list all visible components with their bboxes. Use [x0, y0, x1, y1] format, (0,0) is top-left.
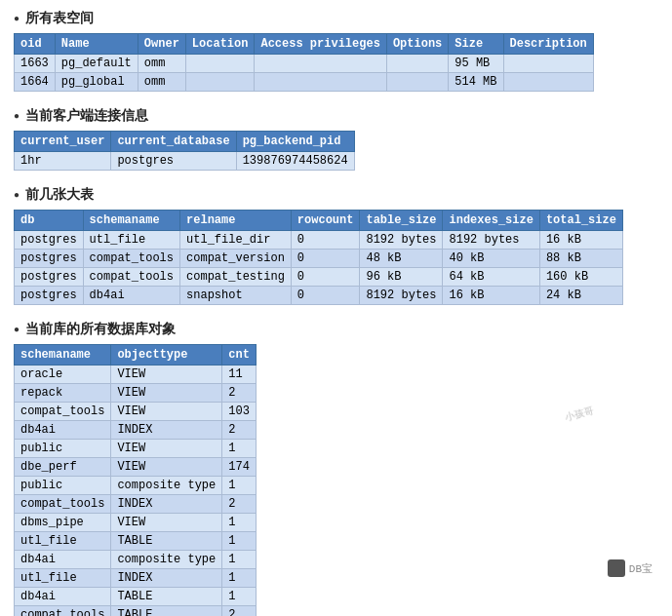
table-cell: postgres — [15, 268, 84, 287]
column-header: schemaname — [83, 211, 179, 231]
table-cell: 96 kB — [360, 268, 443, 287]
table-cell: INDEX — [111, 421, 222, 440]
column-header: Location — [185, 34, 255, 55]
table-cell: VIEW — [111, 384, 222, 403]
table-cell: TABLE — [111, 588, 222, 606]
table-cell: 174 — [222, 458, 257, 477]
table-cell: compat_tools — [83, 250, 179, 268]
table-cell: postgres — [15, 231, 84, 250]
table-row: publiccomposite type1 — [15, 477, 257, 495]
table-cell: 11 — [222, 366, 257, 384]
table-client-info: current_usercurrent_databasepg_backend_p… — [14, 131, 355, 171]
table-cell: 0 — [291, 231, 360, 250]
table-cell: 1664 — [15, 73, 56, 92]
table-cell: composite type — [111, 477, 222, 495]
section-title-client-info: 当前客户端连接信息 — [14, 107, 658, 125]
table-row: postgrescompat_toolscompat_version048 kB… — [15, 250, 623, 268]
table-cell: compat_tools — [15, 495, 111, 514]
table-cell: db4ai — [83, 287, 179, 305]
table-cell: compat_tools — [15, 606, 111, 617]
table-row: db4aicomposite type1 — [15, 551, 257, 569]
section-db-objects: 当前库的所有数据库对象schemanameobjecttypecntoracle… — [14, 321, 658, 616]
table-row: compat_toolsINDEX2 — [15, 495, 257, 514]
table-cell: public — [15, 440, 111, 458]
table-cell: 40 kB — [443, 250, 539, 268]
table-cell: 1 — [222, 440, 257, 458]
table-cell: compat_testing — [180, 268, 292, 287]
table-cell: TABLE — [111, 532, 222, 551]
table-cell: INDEX — [111, 569, 222, 588]
column-header: relname — [180, 211, 292, 231]
table-cell — [386, 55, 448, 73]
table-cell: 1 — [222, 588, 257, 606]
table-db-objects: schemanameobjecttypecntoracleVIEW11repac… — [14, 344, 257, 616]
table-row: utl_fileTABLE1 — [15, 532, 257, 551]
table-cell: VIEW — [111, 458, 222, 477]
table-row: postgresdb4aisnapshot08192 bytes16 kB24 … — [15, 287, 623, 305]
table-cell: INDEX — [111, 495, 222, 514]
section-top-tables: 前几张大表dbschemanamerelnamerowcounttable_si… — [14, 186, 658, 305]
table-cell: snapshot — [180, 287, 292, 305]
table-cell: postgres — [15, 250, 84, 268]
table-cell: omm — [138, 55, 185, 73]
column-header: Size — [449, 34, 503, 55]
table-cell: 2 — [222, 384, 257, 403]
table-cell: 103 — [222, 403, 257, 421]
table-tablespaces: oidNameOwnerLocationAccess privilegesOpt… — [14, 33, 594, 92]
table-row: publicVIEW1 — [15, 440, 257, 458]
table-row: oracleVIEW11 — [15, 366, 257, 384]
table-cell: 24 kB — [539, 287, 622, 305]
column-header: objecttype — [111, 345, 222, 366]
column-header: Owner — [138, 34, 185, 55]
table-cell: 0 — [291, 250, 360, 268]
table-row: 1664pg_globalomm514 MB — [15, 73, 594, 92]
table-cell: 16 kB — [539, 231, 622, 250]
table-cell: db4ai — [15, 421, 111, 440]
table-cell — [255, 55, 386, 73]
table-cell: omm — [138, 73, 185, 92]
table-row: 1hrpostgres139876974458624 — [15, 152, 355, 171]
table-cell: 8192 bytes — [360, 231, 443, 250]
table-cell: utl_file — [83, 231, 179, 250]
section-title-tablespaces: 所有表空间 — [14, 10, 658, 27]
table-cell: compat_tools — [83, 268, 179, 287]
column-header: current_user — [15, 132, 111, 152]
table-cell: VIEW — [111, 403, 222, 421]
table-cell — [185, 55, 255, 73]
column-header: Access privileges — [255, 34, 386, 55]
table-row: dbe_perfVIEW174 — [15, 458, 257, 477]
table-cell: 0 — [291, 268, 360, 287]
table-cell: 8192 bytes — [360, 287, 443, 305]
table-cell — [255, 73, 386, 92]
table-row: dbms_pipeVIEW1 — [15, 514, 257, 532]
column-header: total_size — [539, 211, 622, 231]
table-cell: 2 — [222, 495, 257, 514]
table-cell: postgres — [15, 287, 84, 305]
table-cell: db4ai — [15, 551, 111, 569]
table-cell: VIEW — [111, 514, 222, 532]
column-header: Options — [386, 34, 448, 55]
table-row: compat_toolsVIEW103 — [15, 403, 257, 421]
column-header: rowcount — [291, 211, 360, 231]
table-cell — [503, 73, 593, 92]
table-row: postgrescompat_toolscompat_testing096 kB… — [15, 268, 623, 287]
table-cell: 8192 bytes — [443, 231, 539, 250]
table-row: db4aiINDEX2 — [15, 421, 257, 440]
table-cell: 514 MB — [449, 73, 503, 92]
table-cell: repack — [15, 384, 111, 403]
table-cell: dbe_perf — [15, 458, 111, 477]
table-cell — [503, 55, 593, 73]
table-cell: 48 kB — [360, 250, 443, 268]
table-cell: pg_global — [55, 73, 138, 92]
table-cell: 95 MB — [449, 55, 503, 73]
table-cell: utl_file_dir — [180, 231, 292, 250]
table-cell: oracle — [15, 366, 111, 384]
table-cell: public — [15, 477, 111, 495]
table-cell — [386, 73, 448, 92]
table-cell: 0 — [291, 287, 360, 305]
table-cell: 1 — [222, 569, 257, 588]
watermark: DB宝 — [608, 559, 652, 577]
table-cell: 160 kB — [539, 268, 622, 287]
table-cell: TABLE — [111, 606, 222, 617]
table-cell: VIEW — [111, 366, 222, 384]
